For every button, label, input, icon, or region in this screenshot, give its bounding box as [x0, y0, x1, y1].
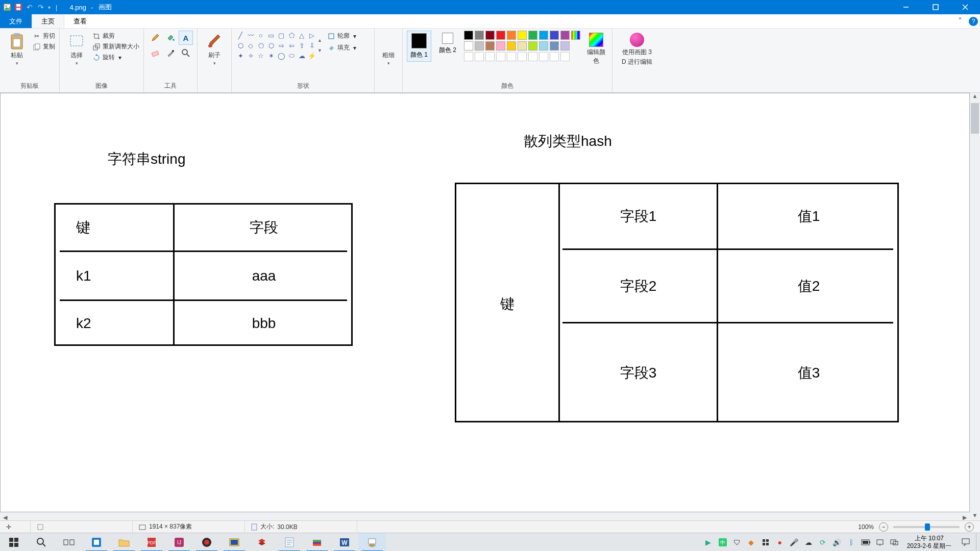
- show-desktop-button[interactable]: [976, 533, 980, 552]
- scroll-left-icon[interactable]: ◀: [0, 514, 10, 521]
- taskbar-app-notepad[interactable]: [276, 533, 303, 552]
- color2-button[interactable]: 颜色 2: [435, 31, 460, 57]
- tray-sync-icon[interactable]: ⟳: [818, 538, 827, 547]
- tray-project-icon[interactable]: [890, 538, 899, 547]
- color-swatch[interactable]: [550, 41, 559, 51]
- tray-app-icon[interactable]: ◆: [747, 538, 756, 547]
- outline-button[interactable]: 轮廓▾: [327, 31, 356, 41]
- pencil-tool[interactable]: [148, 31, 162, 45]
- fill-button[interactable]: 填充▾: [327, 42, 356, 53]
- color-swatch-rainbow[interactable]: [571, 31, 580, 40]
- brush-button[interactable]: 刷子 ▾: [202, 31, 227, 68]
- thickness-button[interactable]: 粗细 ▾: [379, 31, 398, 68]
- help-icon[interactable]: ?: [967, 14, 980, 28]
- color-swatch-empty[interactable]: [496, 52, 505, 61]
- shapes-gallery[interactable]: ╱〰○▭▢⬠△▷ ⬡◇⬠⬡⇨⇦⇧⇩ ✦✧☆✶◯⬭☁⚡: [236, 31, 316, 60]
- taskbar-app-record[interactable]: [193, 533, 220, 552]
- edit-colors-button[interactable]: 编辑颜色: [584, 31, 608, 67]
- color-swatch[interactable]: [475, 41, 484, 51]
- ribbon-collapse-icon[interactable]: ˄: [953, 14, 967, 28]
- picker-tool[interactable]: [163, 46, 178, 60]
- taskbar-app-winrar[interactable]: [303, 533, 331, 552]
- tray-grid-icon[interactable]: [761, 538, 770, 547]
- tray-battery-icon[interactable]: [861, 538, 870, 547]
- vertical-scrollbar[interactable]: ▲ ▼: [970, 93, 980, 522]
- maximize-button[interactable]: [921, 0, 950, 14]
- color1-button[interactable]: 颜色 1: [407, 31, 431, 62]
- color-swatch[interactable]: [507, 31, 516, 40]
- tray-bluetooth-icon[interactable]: ᛒ: [847, 538, 856, 547]
- shapes-scroll-down-icon[interactable]: ▼: [317, 48, 322, 53]
- fill-tool[interactable]: [163, 31, 178, 45]
- save-icon[interactable]: [14, 3, 22, 11]
- shapes-scroll-up-icon[interactable]: ▲: [317, 38, 322, 43]
- color-swatch[interactable]: [518, 31, 527, 40]
- color-swatch[interactable]: [464, 31, 473, 40]
- color-swatch-empty[interactable]: [550, 52, 559, 61]
- select-button[interactable]: 选择 ▾: [64, 31, 89, 68]
- color-swatch[interactable]: [485, 41, 495, 51]
- taskbar-app-pdf[interactable]: PDF: [138, 533, 165, 552]
- start-button[interactable]: [0, 533, 28, 552]
- color-swatch-empty[interactable]: [507, 52, 516, 61]
- color-swatch[interactable]: [507, 41, 516, 51]
- color-swatch[interactable]: [550, 31, 559, 40]
- color-swatch-empty[interactable]: [528, 52, 537, 61]
- color-swatch[interactable]: [464, 41, 473, 51]
- crop-button[interactable]: 裁剪: [92, 31, 139, 41]
- cut-button[interactable]: ✂剪切: [33, 31, 55, 41]
- zoom-in-button[interactable]: +: [965, 522, 974, 532]
- search-button[interactable]: [28, 533, 55, 552]
- tab-view[interactable]: 查看: [64, 14, 96, 28]
- color-swatch[interactable]: [485, 31, 495, 40]
- color-swatch[interactable]: [518, 41, 527, 51]
- color-swatch[interactable]: [539, 31, 548, 40]
- color-swatch[interactable]: [528, 41, 537, 51]
- taskbar-app-vmware[interactable]: [83, 533, 110, 552]
- tray-mic-icon[interactable]: 🎤: [790, 538, 799, 547]
- color-swatch-empty[interactable]: [485, 52, 495, 61]
- color-swatch[interactable]: [496, 31, 505, 40]
- rotate-button[interactable]: 旋转▾: [92, 52, 139, 63]
- color-swatch[interactable]: [560, 41, 570, 51]
- action-center-button[interactable]: [955, 533, 976, 552]
- color-swatch[interactable]: [539, 41, 548, 51]
- text-tool[interactable]: A: [179, 31, 193, 45]
- zoom-slider[interactable]: [893, 526, 960, 528]
- taskbar-app-paint[interactable]: [358, 533, 386, 552]
- taskbar-app-explorer[interactable]: [110, 533, 138, 552]
- color-swatch-empty[interactable]: [539, 52, 548, 61]
- canvas[interactable]: 字符串string 散列类型hash 键 字段 k1 aaa k2 bbb 键 …: [0, 93, 970, 512]
- tray-weather-icon[interactable]: ☁: [804, 538, 813, 547]
- close-button[interactable]: [950, 0, 980, 14]
- scroll-up-icon[interactable]: ▲: [970, 93, 980, 103]
- taskbar-app-crt[interactable]: [220, 533, 248, 552]
- tray-network-icon[interactable]: [875, 538, 885, 547]
- paint3d-button[interactable]: 使用画图 3 D 进行编辑: [617, 31, 657, 68]
- paste-button[interactable]: 粘贴 ▾: [4, 31, 30, 68]
- tab-home[interactable]: 主页: [32, 14, 64, 28]
- magnifier-tool[interactable]: [179, 46, 193, 60]
- color-swatch-empty[interactable]: [518, 52, 527, 61]
- color-swatch[interactable]: [475, 31, 484, 40]
- color-swatch[interactable]: [496, 41, 505, 51]
- scroll-thumb[interactable]: [971, 103, 979, 134]
- tray-record-icon[interactable]: ●: [775, 538, 785, 547]
- tray-show-hidden-icon[interactable]: ▶: [704, 538, 713, 547]
- resize-button[interactable]: 重新调整大小: [92, 41, 139, 52]
- copy-button[interactable]: 复制: [33, 41, 55, 52]
- color-swatch[interactable]: [528, 31, 537, 40]
- tray-ime-icon[interactable]: 中: [718, 538, 727, 547]
- tray-volume-icon[interactable]: 🔊: [832, 538, 842, 547]
- color-swatch[interactable]: [560, 31, 570, 40]
- tray-shield-icon[interactable]: 🛡: [732, 538, 742, 547]
- undo-icon[interactable]: ↶: [26, 3, 34, 11]
- taskview-button[interactable]: [55, 533, 83, 552]
- color-swatch-empty[interactable]: [560, 52, 570, 61]
- zoom-out-button[interactable]: −: [879, 522, 888, 532]
- eraser-tool[interactable]: [148, 46, 162, 60]
- scroll-right-icon[interactable]: ▶: [960, 514, 970, 521]
- taskbar-clock[interactable]: 上午 10:07 2023-2-6 星期一: [903, 535, 955, 549]
- tab-file[interactable]: 文件: [0, 14, 32, 28]
- color-swatch-empty[interactable]: [464, 52, 473, 61]
